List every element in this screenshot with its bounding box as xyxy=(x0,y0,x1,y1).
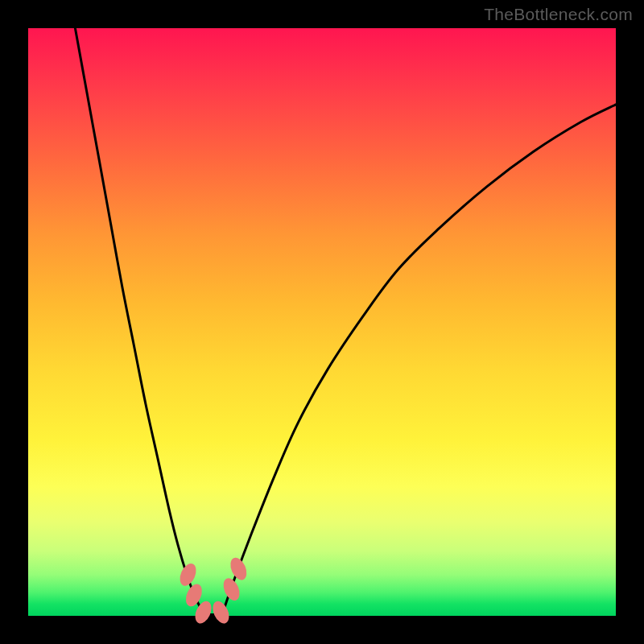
watermark-label: TheBottleneck.com xyxy=(484,5,633,24)
chart-frame: TheBottleneck.com xyxy=(0,0,644,644)
curve-marker xyxy=(221,576,243,603)
plot-area xyxy=(28,28,616,616)
curve-marker xyxy=(209,599,232,626)
curve-marker xyxy=(177,561,200,588)
bottleneck-curve xyxy=(75,28,616,615)
curve-marker xyxy=(227,555,250,583)
curve-svg xyxy=(28,28,616,616)
